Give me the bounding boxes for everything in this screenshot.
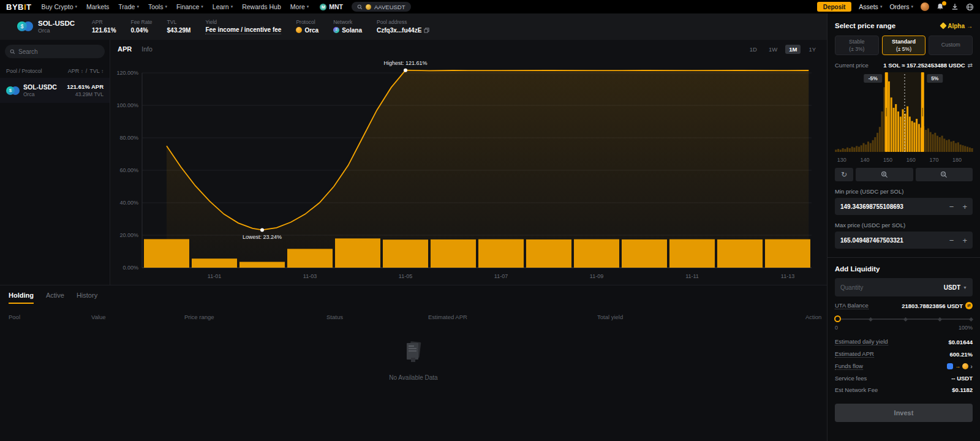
range-option-standard[interactable]: Standard(± 5%) bbox=[882, 36, 926, 55]
chevron-down-icon: ▾ bbox=[911, 4, 913, 9]
sort-apr[interactable]: APR ↕ bbox=[68, 68, 83, 74]
currency-select[interactable]: USDT▼ bbox=[944, 284, 967, 291]
annotation-dot bbox=[404, 69, 407, 72]
svg-text:40.00%: 40.00% bbox=[119, 200, 138, 206]
nav-item-trade[interactable]: Trade▾ bbox=[118, 3, 139, 10]
yield-type[interactable]: Fee income / incentive fee bbox=[205, 26, 281, 34]
svg-text:180: 180 bbox=[952, 157, 962, 163]
range-option-stable[interactable]: Stable(± 3%) bbox=[835, 36, 879, 55]
alpha-link[interactable]: Alpha → bbox=[941, 23, 973, 29]
max-price-label: Max price (USDC per SOL) bbox=[835, 222, 973, 228]
slider-step[interactable] bbox=[938, 317, 942, 321]
min-price-input[interactable]: 149.343698755108693 −+ bbox=[835, 198, 973, 215]
current-price-label: Current price bbox=[835, 62, 869, 69]
pool-search-input[interactable] bbox=[18, 48, 92, 55]
nav-item-markets[interactable]: Markets bbox=[86, 3, 109, 10]
decrease-max-button[interactable]: − bbox=[949, 236, 954, 245]
empty-state: No Available Data bbox=[0, 337, 827, 381]
quantity-field[interactable]: USDT▼ bbox=[835, 278, 973, 296]
increase-min-button[interactable]: + bbox=[962, 202, 967, 211]
column-estimated-apr: Estimated APR bbox=[428, 314, 597, 320]
holdings-section: HoldingActiveHistory PoolValuePrice rang… bbox=[0, 285, 827, 441]
mnt-token-badge[interactable]: M MNT bbox=[320, 3, 343, 10]
pool-list-header: Pool / Protocol APR ↕ / TVL ↕ bbox=[0, 63, 110, 78]
search-value: AAVEUSDT bbox=[374, 4, 405, 10]
range-1d[interactable]: 1D bbox=[746, 45, 761, 54]
apr-chart-panel: APR Info 1D1W1M1Y 0.00%20.00%40.00%60.00… bbox=[110, 40, 827, 285]
holdings-tab-history[interactable]: History bbox=[77, 292, 97, 304]
chart-topbar: APR Info 1D1W1M1Y bbox=[110, 40, 827, 58]
transfer-icon[interactable]: ⇄ bbox=[965, 302, 973, 309]
slider-knob[interactable] bbox=[834, 315, 841, 322]
pool-pair-name: SOL-USDC bbox=[38, 20, 75, 28]
stat-yield: Yield Fee income / incentive fee bbox=[205, 19, 281, 34]
sol-usdc-pair-icon: $ bbox=[17, 21, 33, 31]
chevron-down-icon: ▾ bbox=[75, 4, 77, 9]
tab-info[interactable]: Info bbox=[141, 45, 153, 53]
holdings-tab-active[interactable]: Active bbox=[46, 292, 64, 304]
deposit-button[interactable]: Deposit bbox=[817, 2, 852, 12]
nav-item-finance[interactable]: Finance▾ bbox=[176, 3, 203, 10]
quantity-input[interactable] bbox=[840, 284, 914, 291]
svg-text:5%: 5% bbox=[931, 75, 939, 81]
zoom-in-button[interactable] bbox=[856, 168, 913, 181]
nav-item-rewards-hub[interactable]: Rewards Hub bbox=[242, 3, 281, 10]
pool-row-sol-usdc[interactable]: $ SOL-USDC Orca 121.61% APR 43.29M TVL bbox=[0, 78, 110, 103]
detail-row-estimated-apr: Estimated APR600.21% bbox=[835, 348, 973, 360]
column-price-range: Price range bbox=[184, 314, 326, 320]
tab-apr[interactable]: APR bbox=[118, 45, 132, 53]
arrow-right-icon: → bbox=[955, 363, 960, 369]
logo-text: BYB bbox=[6, 2, 24, 12]
language-globe-icon[interactable] bbox=[966, 3, 974, 11]
global-search[interactable]: AAVEUSDT bbox=[352, 2, 411, 12]
copy-icon[interactable] bbox=[424, 28, 429, 33]
bybit-logo[interactable]: BYBIT bbox=[6, 2, 32, 12]
svg-text:11-09: 11-09 bbox=[590, 273, 603, 279]
range-1m[interactable]: 1M bbox=[785, 45, 801, 54]
range-1w[interactable]: 1W bbox=[765, 45, 781, 54]
notifications-bell-icon[interactable] bbox=[937, 3, 944, 10]
slider-step[interactable] bbox=[903, 317, 907, 321]
detail-row-est-network-fee: Est Network Fee$0.1182 bbox=[835, 384, 973, 396]
nav-item-tools[interactable]: Tools▾ bbox=[148, 3, 167, 10]
section-divider bbox=[827, 257, 980, 258]
nav-item-buy-crypto[interactable]: Buy Crypto▾ bbox=[42, 3, 77, 10]
download-app-icon[interactable] bbox=[951, 3, 959, 10]
column-value: Value bbox=[91, 314, 184, 320]
amount-slider[interactable] bbox=[835, 315, 973, 323]
max-price-input[interactable]: 165.049487467503321 −+ bbox=[835, 232, 973, 249]
increase-max-button[interactable]: + bbox=[962, 236, 967, 245]
liquidity-histogram[interactable]: -5%5%130140150160170180 bbox=[835, 72, 973, 165]
svg-text:11-11: 11-11 bbox=[685, 273, 699, 279]
sol-usdc-pair-icon: $ bbox=[6, 86, 20, 95]
range-option-custom[interactable]: Custom bbox=[929, 36, 973, 55]
apr-line-chart[interactable]: 0.00%20.00%40.00%60.00%80.00%100.00%120.… bbox=[110, 58, 827, 285]
slider-step[interactable] bbox=[969, 317, 973, 321]
sort-tvl[interactable]: TVL ↕ bbox=[89, 68, 104, 74]
holdings-tab-holding[interactable]: Holding bbox=[9, 292, 34, 304]
pool-protocol-name: Orca bbox=[38, 28, 75, 34]
uta-balance-value: 21803.78823856 USDT bbox=[902, 303, 963, 309]
decrease-min-button[interactable]: − bbox=[949, 202, 954, 211]
nav-item-more[interactable]: More▾ bbox=[290, 3, 309, 10]
column-action: Action bbox=[805, 314, 821, 320]
invest-button[interactable]: Invest bbox=[835, 404, 973, 422]
swap-icon[interactable]: ⇄ bbox=[968, 62, 973, 69]
nav-item-learn[interactable]: Learn▾ bbox=[213, 3, 233, 10]
range-1y[interactable]: 1Y bbox=[805, 45, 820, 54]
svg-text:0.00%: 0.00% bbox=[123, 265, 138, 271]
zoom-out-button[interactable] bbox=[916, 168, 973, 181]
slider-step[interactable] bbox=[869, 317, 873, 321]
svg-text:11-03: 11-03 bbox=[303, 273, 317, 279]
chevron-right-icon[interactable]: › bbox=[970, 363, 973, 370]
reset-range-button[interactable]: ↻ bbox=[835, 168, 853, 181]
svg-text:120.00%: 120.00% bbox=[116, 70, 138, 76]
avatar[interactable] bbox=[921, 2, 929, 11]
slider-min-label: 0 bbox=[835, 325, 838, 331]
orders-menu[interactable]: Orders▾ bbox=[889, 3, 913, 10]
pool-search[interactable] bbox=[5, 45, 105, 58]
assets-menu[interactable]: Assets▾ bbox=[859, 3, 882, 10]
svg-text:150: 150 bbox=[883, 157, 892, 163]
chevron-down-icon: ▾ bbox=[231, 4, 233, 9]
column-total-yield: Total yield bbox=[597, 314, 805, 320]
